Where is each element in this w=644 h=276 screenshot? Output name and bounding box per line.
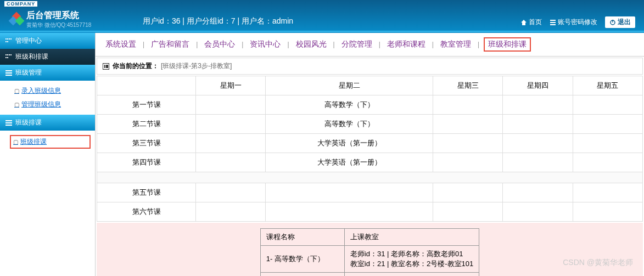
schedule-cell[interactable] xyxy=(433,115,503,134)
nav-classroom[interactable]: 教室管理 xyxy=(438,40,473,49)
nav-system-settings[interactable]: 系统设置 xyxy=(103,40,138,49)
nav-member-center[interactable]: 会员中心 xyxy=(202,40,237,49)
watermark: CSDN @黄菊华老师 xyxy=(563,258,633,268)
header-bar: COMPANY 后台管理系统 黄菊华 微信/QQ:45157718 用户id：3… xyxy=(0,0,644,31)
home-link[interactable]: 首页 xyxy=(520,18,542,27)
schedule-cell[interactable] xyxy=(573,95,642,115)
schedule-cell[interactable] xyxy=(573,183,642,202)
period-label: 第二节课 xyxy=(97,115,196,134)
schedule-cell[interactable] xyxy=(196,134,266,153)
table-row: 第四节课大学英语（第一册） xyxy=(97,153,643,172)
sidebar-item-arrange-class[interactable]: 班级排课 xyxy=(10,135,91,149)
sidebar: 管理中心 班级和排课 班级管理 录入班级信息 管理班级信息 班级排课 班级排课 xyxy=(0,33,96,276)
schedule-cell[interactable] xyxy=(433,202,503,222)
period-label: 第四节课 xyxy=(97,153,196,172)
svg-rect-4 xyxy=(612,20,613,22)
day-header: 星期二 xyxy=(266,76,433,95)
nav-class-schedule[interactable]: 班级和排课 xyxy=(484,37,531,52)
table-row: 第一节课高等数学（下） xyxy=(97,95,643,115)
svg-rect-2 xyxy=(550,24,556,25)
breadcrumb-value: [班级排课-第3步-排教室] xyxy=(161,61,232,71)
schedule-table: 星期一 星期二 星期三 星期四 星期五 第一节课高等数学（下）第二节课高等数学（… xyxy=(97,76,643,222)
app-subtitle: 黄菊华 微信/QQ:45157718 xyxy=(26,21,91,29)
schedule-cell[interactable] xyxy=(196,183,266,202)
svg-rect-0 xyxy=(550,20,556,21)
nav-branch[interactable]: 分院管理 xyxy=(339,40,374,49)
schedule-cell[interactable] xyxy=(433,183,503,202)
course-name-header: 课程名称 xyxy=(260,229,344,246)
panel-class-arrange[interactable]: 班级排课 xyxy=(0,115,95,131)
breadcrumb: 你当前的位置： [班级排课-第3步-排教室] xyxy=(97,58,643,75)
schedule-cell[interactable] xyxy=(503,153,573,172)
side-group-class-manage: 录入班级信息 管理班级信息 xyxy=(0,81,95,115)
table-row: 第五节课 xyxy=(97,183,643,202)
schedule-cell[interactable] xyxy=(433,95,503,115)
grid-icon xyxy=(5,38,12,44)
table-row: 第三节课大学英语（第一册） xyxy=(97,134,643,153)
schedule-cell[interactable] xyxy=(503,115,573,134)
spacer-row xyxy=(97,172,643,183)
table-header-row: 课程名称 上课教室 xyxy=(260,229,479,246)
breadcrumb-label: 你当前的位置： xyxy=(113,61,159,71)
course-assignment-block: 课程名称 上课教室 1- 高等数学（下） 老师id：31 | 老师名称：高数老师… xyxy=(97,223,643,276)
sidebar-item-manage-class[interactable]: 管理班级信息 xyxy=(0,98,95,111)
schedule-cell[interactable] xyxy=(573,202,642,222)
sidebar-item-input-class[interactable]: 录入班级信息 xyxy=(0,84,95,98)
period-label: 第三节课 xyxy=(97,134,196,153)
schedule-cell[interactable] xyxy=(196,202,266,222)
panel-class-manage[interactable]: 班级管理 xyxy=(0,65,95,81)
lines-icon xyxy=(5,70,12,76)
schedule-cell[interactable] xyxy=(266,202,433,222)
schedule-cell[interactable]: 大学英语（第一册） xyxy=(266,134,433,153)
nav-info-center[interactable]: 资讯中心 xyxy=(248,40,283,49)
day-header: 星期三 xyxy=(433,76,503,95)
period-label: 第六节课 xyxy=(97,202,196,222)
panel-management-center: 管理中心 xyxy=(0,33,95,49)
nav-campus[interactable]: 校园风光 xyxy=(294,40,329,49)
schedule-cell[interactable] xyxy=(196,95,266,115)
schedule-cell[interactable] xyxy=(503,95,573,115)
exit-button[interactable]: 退出 xyxy=(605,16,635,28)
schedule-cell[interactable] xyxy=(266,183,433,202)
course-name-cell: 2- 大学英语（第一册） xyxy=(260,273,344,277)
schedule-cell[interactable] xyxy=(196,153,266,172)
period-label: 第五节课 xyxy=(97,183,196,202)
lines-icon xyxy=(5,120,12,126)
schedule-cell[interactable]: 大学英语（第一册） xyxy=(266,153,433,172)
list-icon xyxy=(550,19,556,26)
day-header: 星期四 xyxy=(503,76,573,95)
schedule-cell[interactable] xyxy=(503,183,573,202)
schedule-cell[interactable] xyxy=(573,153,642,172)
schedule-cell[interactable]: 高等数学（下） xyxy=(266,95,433,115)
side-group-class-arrange: 班级排课 xyxy=(0,131,95,153)
course-detail-cell: 老师id：32 | 老师名称：英语老师01 教室id：22 | 教室名称：2号楼… xyxy=(344,273,479,277)
schedule-cell[interactable] xyxy=(503,202,573,222)
svg-rect-1 xyxy=(550,22,556,23)
schedule-cell[interactable] xyxy=(503,134,573,153)
top-nav: 系统设置| 广告和留言| 会员中心| 资讯中心| 校园风光| 分院管理| 老师和… xyxy=(96,33,644,57)
header-actions: 首页 账号密码修改 退出 xyxy=(513,16,635,28)
logo-icon xyxy=(10,13,23,26)
schedule-cell[interactable] xyxy=(433,153,503,172)
app-title: 后台管理系统 xyxy=(26,10,91,21)
panel-class-schedule[interactable]: 班级和排课 xyxy=(0,49,95,65)
schedule-cell[interactable] xyxy=(573,134,642,153)
table-row: 1- 高等数学（下） 老师id：31 | 老师名称：高数老师01 教室id：21… xyxy=(260,246,479,273)
nav-ads-messages[interactable]: 广告和留言 xyxy=(149,40,192,49)
home-icon xyxy=(520,19,527,26)
classroom-header: 上课教室 xyxy=(344,229,479,246)
content-area: 系统设置| 广告和留言| 会员中心| 资讯中心| 校园风光| 分院管理| 老师和… xyxy=(96,33,644,276)
schedule-cell[interactable]: 高等数学（下） xyxy=(266,115,433,134)
logo-block: 后台管理系统 黄菊华 微信/QQ:45157718 xyxy=(10,10,91,29)
course-detail-cell: 老师id：31 | 老师名称：高数老师01 教室id：21 | 教室名称：2号楼… xyxy=(344,246,479,273)
schedule-cell[interactable] xyxy=(433,134,503,153)
company-tag: COMPANY xyxy=(4,1,37,7)
nav-teacher-course[interactable]: 老师和课程 xyxy=(385,40,428,49)
table-row: 第二节课高等数学（下） xyxy=(97,115,643,134)
course-name-cell: 1- 高等数学（下） xyxy=(260,246,344,273)
schedule-cell[interactable] xyxy=(196,115,266,134)
schedule-cell[interactable] xyxy=(573,115,642,134)
period-label: 第一节课 xyxy=(97,95,196,115)
day-header: 星期五 xyxy=(573,76,642,95)
account-link[interactable]: 账号密码修改 xyxy=(550,18,597,27)
